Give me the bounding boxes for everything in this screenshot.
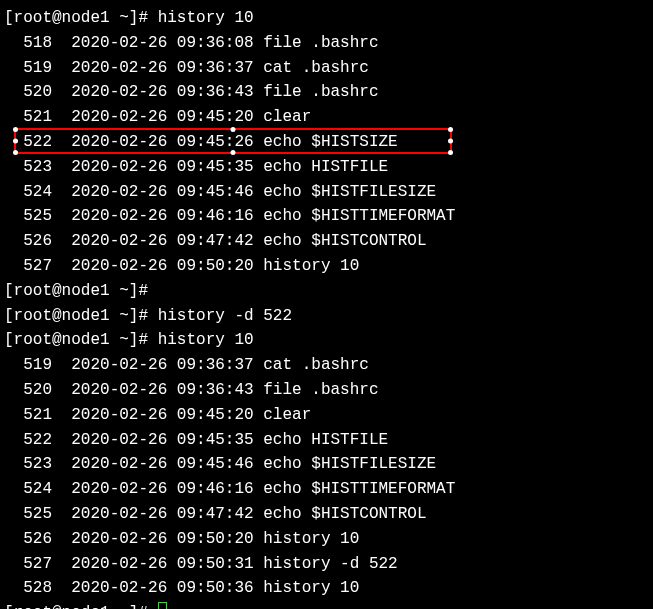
history-cmd: history 10	[263, 579, 359, 597]
history-cmd: echo $HISTTIMEFORMAT	[263, 207, 455, 225]
prompt-line-active[interactable]: [root@node1 ~]#	[4, 601, 649, 609]
prompt-line: [root@node1 ~]# history -d 522	[4, 304, 649, 329]
history-num: 521	[4, 108, 52, 126]
history-num: 523	[4, 158, 52, 176]
command-text: history 10	[158, 9, 254, 27]
history-cmd: cat .bashrc	[263, 356, 369, 374]
prompt-line: [root@node1 ~]# history 10	[4, 6, 649, 31]
history-num: 519	[4, 59, 52, 77]
history-ts: 2020-02-26 09:45:20	[71, 108, 253, 126]
history-cmd: file .bashrc	[263, 381, 378, 399]
history-ts: 2020-02-26 09:47:42	[71, 505, 253, 523]
history-ts: 2020-02-26 09:36:37	[71, 356, 253, 374]
history-cmd: echo $HISTCONTROL	[263, 505, 426, 523]
history-ts: 2020-02-26 09:46:16	[71, 480, 253, 498]
history-cmd: file .bashrc	[263, 83, 378, 101]
history-cmd: history 10	[263, 530, 359, 548]
history-entry: 527 2020-02-26 09:50:31 history -d 522	[4, 552, 649, 577]
history-num: 522	[4, 133, 52, 151]
prompt-line: [root@node1 ~]#	[4, 279, 649, 304]
history-num: 527	[4, 257, 52, 275]
history-cmd: echo $HISTFILESIZE	[263, 183, 436, 201]
history-num: 518	[4, 34, 52, 52]
history-entry: 522 2020-02-26 09:45:35 echo HISTFILE	[4, 428, 649, 453]
history-cmd: clear	[263, 108, 311, 126]
history-cmd: file .bashrc	[263, 34, 378, 52]
history-cmd: clear	[263, 406, 311, 424]
history-entry-highlighted: 522 2020-02-26 09:45:26 echo $HISTSIZE	[4, 130, 649, 155]
history-num: 523	[4, 455, 52, 473]
history-num: 520	[4, 381, 52, 399]
history-entry: 519 2020-02-26 09:36:37 cat .bashrc	[4, 56, 649, 81]
history-ts: 2020-02-26 09:47:42	[71, 232, 253, 250]
history-entry: 524 2020-02-26 09:45:46 echo $HISTFILESI…	[4, 180, 649, 205]
command-text: history -d 522	[158, 307, 292, 325]
history-ts: 2020-02-26 09:45:20	[71, 406, 253, 424]
history-ts: 2020-02-26 09:36:43	[71, 381, 253, 399]
history-num: 526	[4, 530, 52, 548]
history-num: 526	[4, 232, 52, 250]
history-entry: 528 2020-02-26 09:50:36 history 10	[4, 576, 649, 601]
history-num: 527	[4, 555, 52, 573]
history-entry: 521 2020-02-26 09:45:20 clear	[4, 403, 649, 428]
history-ts: 2020-02-26 09:50:31	[71, 555, 253, 573]
cursor-icon	[158, 602, 167, 609]
history-entry: 526 2020-02-26 09:47:42 echo $HISTCONTRO…	[4, 229, 649, 254]
history-cmd: echo HISTFILE	[263, 158, 388, 176]
history-num: 524	[4, 480, 52, 498]
history-entry: 525 2020-02-26 09:47:42 echo $HISTCONTRO…	[4, 502, 649, 527]
shell-prompt: [root@node1 ~]#	[4, 331, 158, 349]
history-num: 525	[4, 207, 52, 225]
history-num: 519	[4, 356, 52, 374]
history-ts: 2020-02-26 09:46:16	[71, 207, 253, 225]
history-cmd: cat .bashrc	[263, 59, 369, 77]
history-num: 524	[4, 183, 52, 201]
history-ts: 2020-02-26 09:45:26	[71, 133, 253, 151]
history-entry: 526 2020-02-26 09:50:20 history 10	[4, 527, 649, 552]
terminal-output[interactable]: [root@node1 ~]# history 10 518 2020-02-2…	[4, 6, 649, 609]
history-cmd: history 10	[263, 257, 359, 275]
history-num: 528	[4, 579, 52, 597]
history-num: 522	[4, 431, 52, 449]
history-ts: 2020-02-26 09:45:35	[71, 431, 253, 449]
shell-prompt: [root@node1 ~]#	[4, 282, 158, 300]
history-ts: 2020-02-26 09:45:46	[71, 455, 253, 473]
history-ts: 2020-02-26 09:50:20	[71, 257, 253, 275]
history-entry: 527 2020-02-26 09:50:20 history 10	[4, 254, 649, 279]
history-entry: 523 2020-02-26 09:45:46 echo $HISTFILESI…	[4, 452, 649, 477]
history-entry: 518 2020-02-26 09:36:08 file .bashrc	[4, 31, 649, 56]
history-cmd: echo $HISTCONTROL	[263, 232, 426, 250]
history-cmd: echo $HISTFILESIZE	[263, 455, 436, 473]
shell-prompt: [root@node1 ~]#	[4, 9, 158, 27]
history-ts: 2020-02-26 09:36:37	[71, 59, 253, 77]
history-entry: 519 2020-02-26 09:36:37 cat .bashrc	[4, 353, 649, 378]
history-cmd: echo $HISTSIZE	[263, 133, 397, 151]
history-cmd: history -d 522	[263, 555, 397, 573]
history-ts: 2020-02-26 09:50:36	[71, 579, 253, 597]
history-ts: 2020-02-26 09:45:35	[71, 158, 253, 176]
history-num: 525	[4, 505, 52, 523]
history-cmd: echo HISTFILE	[263, 431, 388, 449]
history-entry: 525 2020-02-26 09:46:16 echo $HISTTIMEFO…	[4, 204, 649, 229]
history-ts: 2020-02-26 09:50:20	[71, 530, 253, 548]
prompt-line: [root@node1 ~]# history 10	[4, 328, 649, 353]
history-entry: 520 2020-02-26 09:36:43 file .bashrc	[4, 378, 649, 403]
shell-prompt: [root@node1 ~]#	[4, 307, 158, 325]
history-ts: 2020-02-26 09:45:46	[71, 183, 253, 201]
history-cmd: echo $HISTTIMEFORMAT	[263, 480, 455, 498]
shell-prompt: [root@node1 ~]#	[4, 604, 158, 609]
history-entry: 524 2020-02-26 09:46:16 echo $HISTTIMEFO…	[4, 477, 649, 502]
history-ts: 2020-02-26 09:36:08	[71, 34, 253, 52]
history-entry: 521 2020-02-26 09:45:20 clear	[4, 105, 649, 130]
history-num: 521	[4, 406, 52, 424]
history-ts: 2020-02-26 09:36:43	[71, 83, 253, 101]
history-entry: 520 2020-02-26 09:36:43 file .bashrc	[4, 80, 649, 105]
history-num: 520	[4, 83, 52, 101]
history-entry: 523 2020-02-26 09:45:35 echo HISTFILE	[4, 155, 649, 180]
command-text: history 10	[158, 331, 254, 349]
